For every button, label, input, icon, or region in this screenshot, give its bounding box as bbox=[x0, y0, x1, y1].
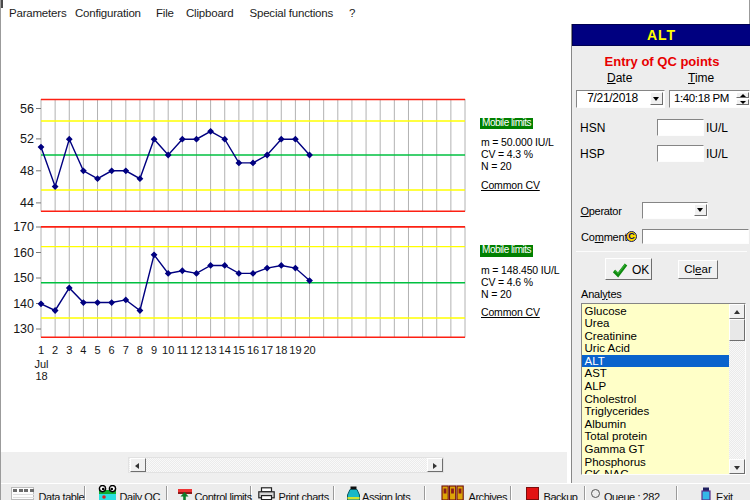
svg-text:20: 20 bbox=[303, 344, 315, 356]
svg-text:17: 17 bbox=[261, 344, 273, 356]
svg-text:19: 19 bbox=[289, 344, 301, 356]
svg-text:160: 160 bbox=[13, 246, 34, 260]
svg-text:13: 13 bbox=[204, 344, 216, 356]
svg-text:3: 3 bbox=[66, 344, 72, 356]
svg-text:48: 48 bbox=[20, 164, 34, 178]
svg-text:15: 15 bbox=[233, 344, 245, 356]
svg-text:52: 52 bbox=[20, 132, 34, 146]
svg-text:Jul: Jul bbox=[35, 358, 49, 370]
svg-text:1: 1 bbox=[38, 344, 44, 356]
svg-text:7: 7 bbox=[123, 344, 129, 356]
svg-text:12: 12 bbox=[190, 344, 202, 356]
svg-text:10: 10 bbox=[162, 344, 174, 356]
svg-text:4: 4 bbox=[80, 344, 86, 356]
svg-text:18: 18 bbox=[275, 344, 287, 356]
svg-text:6: 6 bbox=[109, 344, 115, 356]
svg-text:9: 9 bbox=[151, 344, 157, 356]
svg-text:150: 150 bbox=[13, 271, 34, 285]
svg-text:5: 5 bbox=[94, 344, 100, 356]
svg-text:14: 14 bbox=[219, 344, 231, 356]
svg-text:44: 44 bbox=[20, 196, 34, 210]
svg-text:11: 11 bbox=[177, 344, 188, 356]
svg-text:8: 8 bbox=[137, 344, 143, 356]
svg-text:130: 130 bbox=[13, 322, 34, 336]
svg-text:56: 56 bbox=[20, 102, 34, 116]
svg-text:170: 170 bbox=[13, 220, 34, 234]
svg-text:18: 18 bbox=[36, 370, 48, 382]
svg-text:2: 2 bbox=[52, 344, 58, 356]
svg-text:140: 140 bbox=[13, 297, 34, 311]
svg-text:16: 16 bbox=[247, 344, 259, 356]
